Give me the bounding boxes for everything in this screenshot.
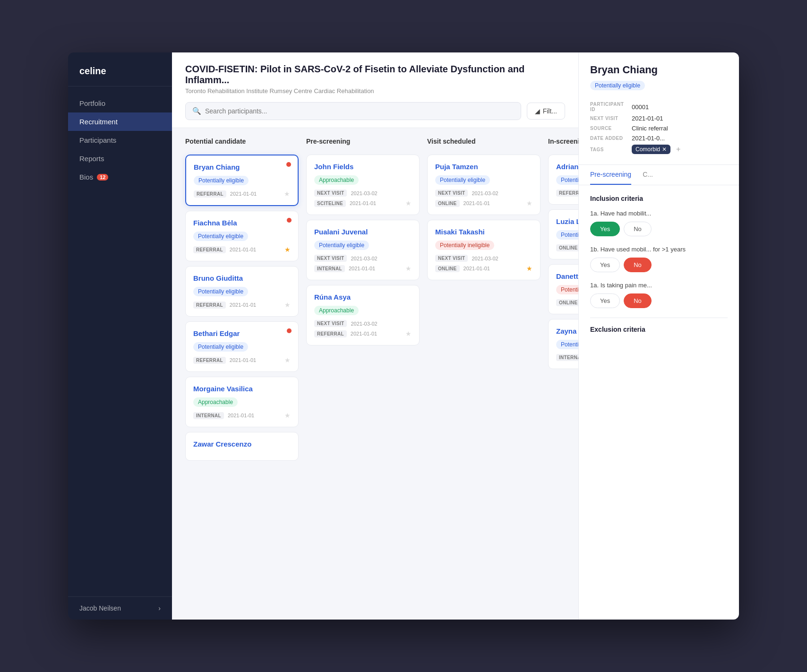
panel-tag-comorbid[interactable]: Comorbid ✕: [632, 145, 670, 154]
table-row[interactable]: John Fields Approachable NEXT VISIT 2021…: [306, 155, 420, 215]
status-badge: Potentially eligible: [194, 176, 249, 185]
criteria-yes-button-1a2[interactable]: Yes: [590, 293, 620, 308]
table-row[interactable]: Zawar Crescenzo: [185, 432, 299, 461]
card-name: Rúna Asya: [314, 293, 412, 301]
panel-meta-label-date: DATE ADDED: [590, 136, 628, 141]
table-row[interactable]: Bethari Edgar Potentially eligible REFER…: [185, 321, 299, 372]
card-meta: NEXT VISIT 2021-03-02: [435, 190, 532, 197]
table-row[interactable]: Morgaine Vasilica Approachable INTERNAL …: [185, 377, 299, 427]
cards-prescreening: John Fields Approachable NEXT VISIT 2021…: [306, 155, 420, 345]
table-row[interactable]: Pualani Juvenal Potentially eligible NEX…: [306, 220, 420, 280]
sidebar-item-recruitment[interactable]: Recruitment: [68, 112, 172, 131]
panel-meta-value-id: 00001: [632, 103, 649, 111]
card-meta-2: INTERNAL 2021-01-01 ★: [314, 265, 412, 272]
study-title: COVID-FISETIN: Pilot in SARS-CoV-2 of Fi…: [185, 64, 565, 86]
meta-label: REFERRAL: [556, 190, 578, 197]
column-header-inscreening: In-screening: [548, 138, 578, 149]
star-icon[interactable]: ★: [526, 199, 532, 207]
status-badge: Potentially eligible: [556, 340, 578, 349]
card-meta-2: REFERRAL 2021-01-01 ★: [314, 330, 412, 337]
status-badge: Approachable: [193, 397, 238, 407]
exclusion-criteria-title: Exclusion criteria: [590, 326, 728, 333]
meta-label: NEXT VISIT: [314, 320, 347, 327]
meta-label-2: INTERNAL: [314, 265, 345, 272]
criteria-buttons-1b: Yes No: [590, 258, 728, 272]
panel-tag-remove-icon[interactable]: ✕: [662, 146, 667, 153]
card-meta: REFERRAL 2...: [556, 190, 578, 197]
criteria-no-button-1b[interactable]: No: [624, 258, 652, 272]
table-row[interactable]: Rúna Asya Approachable NEXT VISIT 2021-0…: [306, 285, 420, 345]
star-icon[interactable]: ★: [405, 199, 412, 207]
star-icon[interactable]: ★: [284, 412, 291, 419]
table-row[interactable]: Danette Enki Potentially ineligible ONLI…: [548, 264, 578, 314]
criteria-yes-button-1a[interactable]: Yes: [590, 222, 620, 236]
meta-date: 2021-03-02: [351, 321, 377, 327]
star-icon[interactable]: ★: [284, 301, 291, 309]
meta-label: INTERNAL: [556, 354, 578, 361]
table-row[interactable]: Adrian Judah Potentially eligible REFERR…: [548, 155, 578, 205]
card-name: Luzia Llinos: [556, 217, 578, 225]
status-badge: Potentially eligible: [556, 175, 578, 185]
card-meta: NEXT VISIT 2021-03-02: [314, 320, 412, 327]
sidebar-item-portfolio[interactable]: Portfolio: [68, 94, 172, 112]
card-meta-2: ONLINE 2021-01-01 ★: [435, 265, 532, 272]
star-icon[interactable]: ★: [284, 246, 291, 253]
panel-meta-label-tags: TAGS: [590, 147, 628, 152]
criteria-label-1a2: 1a. Is taking pain me...: [590, 282, 728, 289]
criteria-yes-button-1b[interactable]: Yes: [590, 258, 620, 272]
table-row[interactable]: Luzia Llinos Potentially eligible ONLINE…: [548, 209, 578, 259]
meta-label: NEXT VISIT: [314, 255, 347, 262]
table-row[interactable]: Zayna Maudi Potentially eligible INTERNA…: [548, 319, 578, 369]
sidebar-item-reports[interactable]: Reports: [68, 149, 172, 168]
table-row[interactable]: Fiachna Bėla Potentially eligible REFERR…: [185, 211, 299, 261]
table-row[interactable]: Misaki Takashi Potentially ineligible NE…: [427, 220, 541, 280]
meta-label: NEXT VISIT: [314, 190, 347, 197]
card-name: Bryan Chiang: [194, 163, 290, 171]
criteria-item-1b: 1b. Have used mobil... for >1 years Yes …: [590, 246, 728, 272]
meta-label: REFERRAL: [193, 246, 226, 253]
criteria-label-1a: 1a. Have had mobilit...: [590, 210, 728, 217]
card-dot: [287, 218, 292, 223]
search-input[interactable]: [205, 107, 514, 115]
criteria-buttons-1a: Yes No: [590, 222, 728, 236]
panel-meta-label-source: SOURCE: [590, 126, 628, 131]
meta-date: 2021-03-02: [351, 256, 377, 261]
sidebar-item-label: Participants: [79, 136, 116, 144]
meta-label-2: SCITELINE: [314, 200, 346, 207]
status-badge: Approachable: [314, 175, 359, 185]
star-icon[interactable]: ★: [526, 265, 532, 272]
criteria-no-button-1a2[interactable]: No: [624, 293, 652, 308]
table-row[interactable]: Bryan Chiang Potentially eligible REFERR…: [185, 155, 299, 206]
sidebar-item-bios[interactable]: Bios 12: [68, 168, 172, 186]
sidebar-item-participants[interactable]: Participants: [68, 131, 172, 149]
table-row[interactable]: Bruno Giuditta Potentially eligible REFE…: [185, 266, 299, 317]
sidebar-item-label: Bios: [79, 173, 93, 181]
status-badge: Potentially eligible: [314, 241, 369, 250]
card-meta: REFERRAL 2021-01-01 ★: [193, 301, 291, 309]
meta-date-2: 2021-01-01: [351, 331, 377, 336]
meta-label: ONLINE: [556, 244, 578, 251]
footer-arrow-icon[interactable]: ›: [158, 604, 161, 612]
study-header: COVID-FISETIN: Pilot in SARS-CoV-2 of Fi…: [172, 52, 578, 128]
card-meta: INTERNAL 20...: [556, 354, 578, 361]
star-icon[interactable]: ★: [405, 330, 412, 337]
sidebar: celine Portfolio Recruitment Participant…: [68, 52, 172, 620]
sidebar-footer: Jacob Neilsen ›: [68, 596, 172, 620]
criteria-no-button-1a[interactable]: No: [624, 222, 652, 236]
star-icon[interactable]: ★: [405, 265, 412, 272]
tab-prescreening[interactable]: Pre-screening: [590, 165, 631, 185]
card-name: Zayna Maudi: [556, 327, 578, 335]
tab-other[interactable]: C...: [643, 165, 653, 185]
star-icon[interactable]: ★: [284, 190, 290, 198]
panel-tag-add-icon[interactable]: +: [676, 145, 680, 154]
panel-meta-value-source: Clinic referral: [632, 125, 668, 132]
table-row[interactable]: Puja Tamzen Potentially eligible NEXT VI…: [427, 155, 541, 215]
star-icon[interactable]: ★: [284, 356, 291, 364]
meta-label-2: REFERRAL: [314, 330, 347, 337]
meta-label: REFERRAL: [194, 190, 226, 198]
cards-visit: Puja Tamzen Potentially eligible NEXT VI…: [427, 155, 541, 280]
criteria-item-1a2: 1a. Is taking pain me... Yes No: [590, 282, 728, 308]
meta-date-2: 2021-01-01: [464, 200, 490, 206]
card-meta: NEXT VISIT 2021-03-02: [435, 255, 532, 262]
filter-button[interactable]: ◢ Filt...: [527, 103, 565, 120]
